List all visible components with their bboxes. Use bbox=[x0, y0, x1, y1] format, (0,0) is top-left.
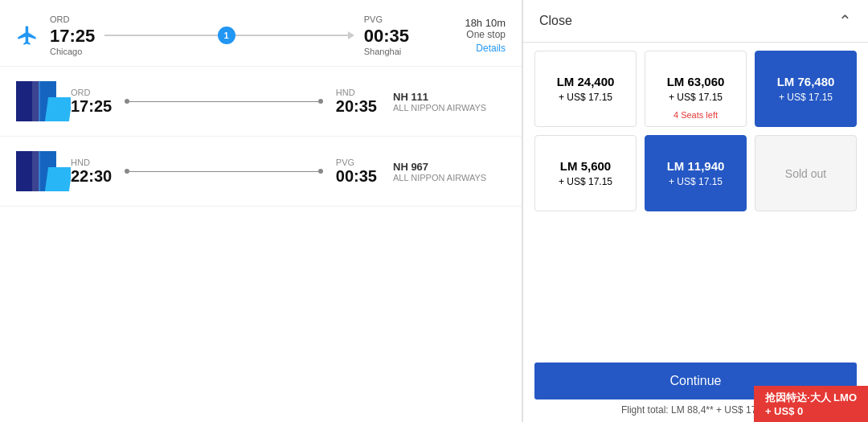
fare-usd-1-3: + US$ 17.15 bbox=[779, 92, 833, 103]
fare-row-2: LM 5,600 + US$ 17.15 LM 11,940 + US$ 17.… bbox=[534, 135, 857, 211]
fare-usd-1-2: + US$ 17.15 bbox=[669, 92, 723, 103]
fare-miles-2-1: LM 5,600 bbox=[560, 159, 611, 173]
arrow-head bbox=[348, 31, 354, 39]
left-panel: ORD 17:25 Chicago 1 PVG 00:35 Shanghai 1… bbox=[0, 0, 522, 422]
segment-details-1: ORD 17:25 HND 20:35 bbox=[71, 88, 377, 116]
watermark: 抢因特达·大人 LMO+ US$ 0 bbox=[754, 386, 868, 422]
seg1-dot-right bbox=[318, 99, 323, 104]
seg1-airline-name: ALL NIPPON AIRWAYS bbox=[393, 103, 506, 113]
origin-time: 17:25 bbox=[50, 26, 95, 47]
fare-miles-1-1: LM 24,400 bbox=[557, 75, 615, 88]
plane-icon bbox=[16, 24, 39, 47]
details-link[interactable]: Details bbox=[476, 43, 506, 54]
seg1-origin-time: 17:25 bbox=[71, 97, 112, 116]
seg2-dest-code: PVG bbox=[336, 158, 377, 167]
seg2-origin-block: HND 22:30 bbox=[71, 158, 112, 186]
watermark-text: 抢因特达·大人 LMO+ US$ 0 bbox=[765, 391, 857, 417]
stops: One stop bbox=[425, 29, 506, 40]
seg1-arrow bbox=[125, 99, 323, 104]
fare-usd-2-1: + US$ 17.15 bbox=[559, 176, 612, 187]
seg2-airline-name: ALL NIPPON AIRWAYS bbox=[393, 173, 506, 182]
duration: 18h 10m bbox=[425, 17, 506, 29]
route-info: ORD 17:25 Chicago 1 PVG 00:35 Shanghai bbox=[50, 14, 409, 56]
segment-row-2: HND 22:30 PVG 00:35 NH 967 ALL NIPPON AI… bbox=[0, 137, 522, 207]
seg2-flight-info: NH 967 ALL NIPPON AIRWAYS bbox=[393, 161, 506, 182]
fare-card-2-3: Sold out bbox=[755, 135, 857, 211]
fare-miles-1-3: LM 76,480 bbox=[777, 75, 835, 88]
dest-city: Shanghai bbox=[364, 47, 409, 56]
dest-time: 00:35 bbox=[364, 26, 409, 47]
airline-logo-1 bbox=[16, 81, 71, 121]
dest-block: PVG 00:35 Shanghai bbox=[364, 14, 409, 56]
airline-logo-2 bbox=[16, 151, 71, 191]
fare-card-1-3[interactable]: LM 76,480 + US$ 17.15 bbox=[755, 51, 857, 127]
origin-code: ORD bbox=[50, 14, 95, 24]
seg1-origin-code: ORD bbox=[71, 88, 112, 97]
fare-card-2-2[interactable]: LM 11,940 + US$ 17.15 bbox=[645, 135, 747, 211]
fare-usd-2-2: + US$ 17.15 bbox=[669, 176, 723, 187]
seg2-arrow bbox=[125, 169, 323, 174]
seg2-origin-code: HND bbox=[71, 158, 112, 167]
arrow-line-left bbox=[104, 35, 217, 36]
stop-circle: 1 bbox=[218, 27, 235, 44]
arrow-line-right bbox=[235, 35, 348, 36]
close-text[interactable]: Close bbox=[539, 14, 572, 28]
seg1-dest-code: HND bbox=[336, 88, 377, 97]
segment-details-2: HND 22:30 PVG 00:35 bbox=[71, 158, 377, 186]
origin-city: Chicago bbox=[50, 47, 95, 56]
sold-out-label: Sold out bbox=[785, 167, 826, 180]
seg1-flight-info: NH 111 ALL NIPPON AIRWAYS bbox=[393, 91, 506, 113]
seg1-line bbox=[129, 101, 318, 102]
seg1-flight-number: NH 111 bbox=[393, 91, 506, 103]
right-panel: Close ⌃ LM 24,400 + US$ 17.15 LM 63,060 … bbox=[522, 0, 868, 422]
fare-row-1: LM 24,400 + US$ 17.15 LM 63,060 + US$ 17… bbox=[534, 51, 857, 127]
fare-card-1-2[interactable]: LM 63,060 + US$ 17.15 4 Seats left bbox=[645, 51, 747, 127]
seg2-line bbox=[129, 171, 318, 172]
fare-grid: LM 24,400 + US$ 17.15 LM 63,060 + US$ 17… bbox=[523, 43, 868, 363]
chevron-up-icon[interactable]: ⌃ bbox=[838, 11, 852, 31]
segment-row-1: ORD 17:25 HND 20:35 NH 111 ALL NIPPON AI… bbox=[0, 67, 522, 137]
seg2-origin-time: 22:30 bbox=[71, 167, 112, 186]
seg1-dest-block: HND 20:35 bbox=[336, 88, 377, 116]
flight-meta: 18h 10m One stop Details bbox=[425, 17, 506, 55]
fare-card-1-1[interactable]: LM 24,400 + US$ 17.15 bbox=[534, 51, 637, 127]
seg2-flight-number: NH 967 bbox=[393, 161, 506, 173]
fare-usd-1-1: + US$ 17.15 bbox=[559, 92, 612, 103]
seg2-dot-right bbox=[318, 169, 323, 174]
dest-code: PVG bbox=[364, 14, 409, 24]
fare-miles-1-2: LM 63,060 bbox=[667, 75, 725, 88]
seg2-dest-block: PVG 00:35 bbox=[336, 158, 377, 186]
seg1-dest-time: 20:35 bbox=[336, 97, 377, 116]
seg2-dest-time: 00:35 bbox=[336, 167, 377, 186]
fare-card-2-1[interactable]: LM 5,600 + US$ 17.15 bbox=[534, 135, 637, 211]
flight-header: ORD 17:25 Chicago 1 PVG 00:35 Shanghai 1… bbox=[0, 8, 522, 67]
fare-miles-2-2: LM 11,940 bbox=[667, 159, 725, 173]
seats-left-1-2: 4 Seats left bbox=[674, 110, 718, 120]
origin-block: ORD 17:25 Chicago bbox=[50, 14, 95, 56]
seg1-origin-block: ORD 17:25 bbox=[71, 88, 112, 116]
close-bar[interactable]: Close ⌃ bbox=[523, 0, 868, 43]
route-arrow: 1 bbox=[104, 27, 354, 44]
